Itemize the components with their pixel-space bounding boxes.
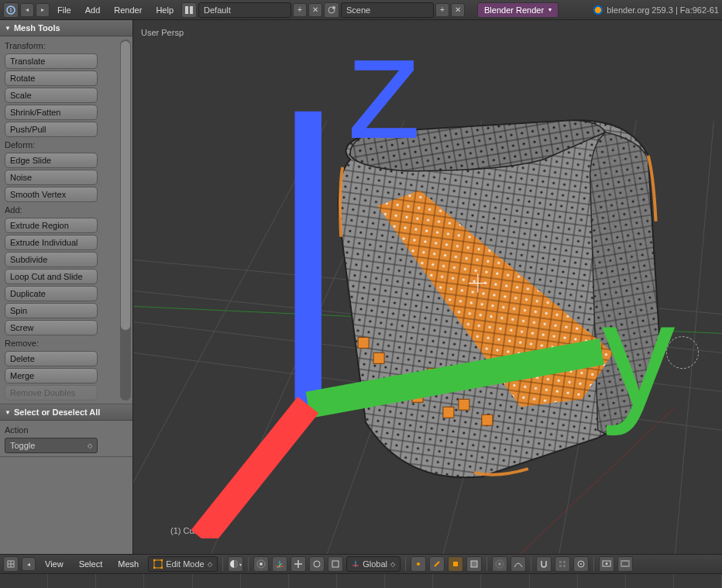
render-engine-value: Blender Render	[484, 5, 544, 15]
scale-manip-btn[interactable]	[328, 556, 343, 572]
svg-rect-3	[190, 6, 193, 14]
menu-view[interactable]: View	[39, 556, 70, 572]
snap-element-dropdown[interactable]	[555, 556, 570, 572]
operator-panel: ▼Select or Deselect All Action Toggle◇	[0, 404, 132, 457]
remove-label: Remove:	[5, 337, 128, 349]
scale-button[interactable]: Scale	[5, 88, 98, 103]
edge-select-btn[interactable]	[429, 556, 445, 572]
svg-rect-69	[559, 565, 562, 567]
operator-action-label: Action	[5, 424, 128, 436]
menu-mesh[interactable]: Mesh	[112, 556, 145, 572]
snap-toggle[interactable]	[536, 556, 552, 572]
remove-doubles-button[interactable]: Remove Doubles	[5, 385, 98, 401]
mesh-tools-panel: ▼Mesh Tools Transform: Translate Rotate …	[0, 20, 132, 404]
smooth-vertex-button[interactable]: Smooth Vertex	[5, 187, 98, 202]
scene-value: Scene	[346, 5, 370, 15]
limit-selection-btn[interactable]	[466, 556, 482, 572]
subdivide-button[interactable]: Subdivide	[5, 252, 98, 267]
translate-button[interactable]: Translate	[5, 53, 98, 69]
menu-add[interactable]: Add	[79, 2, 107, 18]
svg-text:y: y	[602, 272, 676, 436]
header-collapse-btn[interactable]: ◂	[22, 557, 36, 571]
mode-value: Edit Mode	[166, 559, 205, 569]
svg-rect-58	[332, 561, 339, 567]
menu-select[interactable]: Select	[73, 556, 109, 572]
svg-rect-68	[563, 561, 566, 563]
screen-layout-value: Default	[204, 5, 231, 15]
menu-render[interactable]: Render	[108, 2, 148, 18]
svg-rect-63	[453, 562, 458, 566]
toolshelf-scrollbar[interactable]	[120, 40, 131, 401]
svg-point-74	[606, 562, 608, 565]
add-label: Add:	[5, 204, 128, 216]
screen-add-btn[interactable]: +	[293, 3, 307, 17]
svg-line-40	[201, 405, 308, 538]
svg-text:i: i	[10, 5, 12, 14]
rotate-manip-btn[interactable]	[309, 556, 325, 572]
svg-point-49	[153, 567, 156, 569]
svg-rect-70	[563, 565, 566, 567]
screen-layout-dropdown[interactable]: Default	[198, 2, 291, 18]
svg-rect-2	[185, 6, 188, 14]
3d-viewport[interactable]: User Persp (1) Cube z y	[133, 20, 722, 554]
collapse-menu-btn[interactable]: ▸	[36, 3, 50, 17]
svg-point-48	[161, 559, 163, 562]
menu-help[interactable]: Help	[150, 2, 180, 18]
pivot-dropdown[interactable]	[253, 556, 269, 572]
expand-menu-btn[interactable]: ◂	[20, 3, 34, 17]
svg-rect-64	[471, 561, 477, 567]
spin-button[interactable]: Spin	[5, 303, 98, 318]
operator-action-value: Toggle	[10, 441, 35, 450]
manipulator-toggle[interactable]	[272, 556, 287, 572]
svg-point-50	[161, 567, 163, 569]
info-editor-icon[interactable]: i	[3, 2, 19, 18]
extrude-individual-button[interactable]: Extrude Individual	[5, 235, 98, 250]
screw-button[interactable]: Screw	[5, 320, 98, 335]
3dview-editor-icon[interactable]	[3, 556, 19, 572]
duplicate-button[interactable]: Duplicate	[5, 286, 98, 301]
mesh-tools-header[interactable]: ▼Mesh Tools	[0, 20, 132, 36]
scene-add-btn[interactable]: +	[435, 3, 449, 17]
render-preview-btn[interactable]	[599, 556, 614, 572]
push-pull-button[interactable]: Push/Pull	[5, 122, 98, 137]
svg-point-5	[332, 6, 335, 9]
shrink-fatten-button[interactable]: Shrink/Fatten	[5, 105, 98, 120]
delete-button[interactable]: Delete	[5, 351, 98, 366]
scene-dropdown[interactable]: Scene	[341, 2, 434, 18]
snap-target-dropdown[interactable]	[573, 556, 589, 572]
operator-header[interactable]: ▼Select or Deselect All	[0, 404, 132, 421]
svg-point-57	[314, 561, 320, 567]
screen-delete-btn[interactable]: ✕	[308, 3, 322, 17]
svg-rect-67	[559, 561, 562, 563]
3dview-header: ◂ View Select Mesh Edit Mode◇ ▾ Global◇	[0, 554, 722, 573]
loop-cut-slide-button[interactable]: Loop Cut and Slide	[5, 269, 98, 284]
face-select-btn[interactable]	[448, 556, 463, 572]
render-engine-dropdown[interactable]: Blender Render▾	[477, 2, 559, 18]
edge-slide-button[interactable]: Edge Slide	[5, 153, 98, 168]
vertex-select-btn[interactable]	[411, 556, 426, 572]
timeline-strip[interactable]	[0, 573, 722, 588]
mode-dropdown[interactable]: Edit Mode◇	[148, 556, 218, 572]
proportional-edit-dropdown[interactable]	[492, 556, 507, 572]
orientation-dropdown[interactable]: Global◇	[346, 556, 401, 572]
scene-delete-btn[interactable]: ✕	[451, 3, 465, 17]
merge-button[interactable]: Merge	[5, 368, 98, 383]
screen-browse-icon[interactable]	[181, 2, 197, 18]
svg-point-72	[580, 563, 582, 565]
svg-rect-77	[628, 560, 630, 567]
orientation-value: Global	[363, 559, 387, 569]
noise-button[interactable]: Noise	[5, 170, 98, 185]
rotate-button[interactable]: Rotate	[5, 70, 98, 86]
extrude-region-button[interactable]: Extrude Region	[5, 218, 98, 233]
scene-browse-icon[interactable]	[324, 2, 339, 18]
axis-gizmo: z y	[147, 20, 722, 538]
render-anim-preview-btn[interactable]	[617, 556, 633, 572]
menu-file[interactable]: File	[51, 2, 77, 18]
svg-rect-46	[154, 560, 162, 568]
translate-manip-btn[interactable]	[291, 556, 306, 572]
svg-point-47	[153, 559, 156, 562]
scrollbar-thumb[interactable]	[121, 41, 130, 330]
shading-dropdown[interactable]: ▾	[228, 556, 243, 572]
proportional-falloff-dropdown[interactable]	[511, 556, 526, 572]
operator-action-dropdown[interactable]: Toggle◇	[5, 438, 98, 453]
